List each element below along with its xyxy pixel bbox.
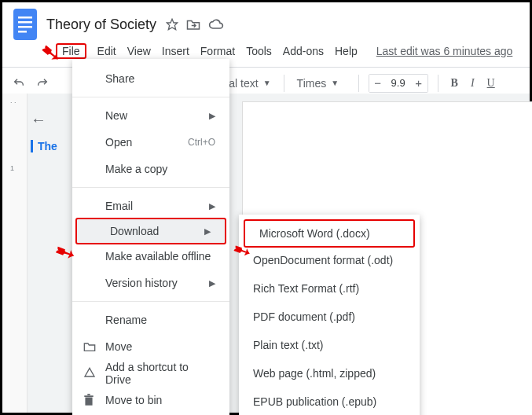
menu-item-label: PDF document (.pdf)	[253, 310, 405, 323]
ruler-mark: · ·	[10, 98, 17, 106]
divider	[284, 75, 284, 92]
bold-button[interactable]: B	[448, 77, 461, 90]
file-menu-offline[interactable]: Make available offline	[72, 243, 229, 270]
divider	[438, 75, 438, 92]
file-menu-share[interactable]: Share	[72, 65, 229, 92]
folder-move-icon	[83, 341, 105, 352]
svg-rect-0	[13, 9, 37, 40]
menu-item-label: OpenDocument format (.odt)	[253, 254, 405, 266]
font-label: Times	[297, 77, 327, 90]
file-menu-dropdown: Share New▶ OpenCtrl+O Make a copy Email▶…	[72, 59, 229, 415]
menu-item-label: Share	[105, 72, 215, 85]
menu-item-label: Make a copy	[105, 163, 215, 175]
menu-view[interactable]: View	[127, 45, 151, 57]
caret-icon: ▼	[263, 79, 271, 87]
file-menu-add-shortcut[interactable]: Add a shortcut to Drive	[72, 360, 229, 387]
menu-item-label: Move	[105, 340, 215, 353]
download-pdf[interactable]: PDF document (.pdf)	[239, 303, 420, 331]
last-edit-link[interactable]: Last edit was 6 minutes ago	[376, 45, 513, 57]
menu-item-label: Move to bin	[105, 394, 215, 406]
menu-item-label: Version history	[105, 277, 209, 289]
menu-separator	[72, 97, 229, 97]
menu-tools[interactable]: Tools	[246, 45, 272, 57]
caret-icon: ▼	[331, 79, 339, 87]
submenu-arrow-icon: ▶	[209, 201, 215, 211]
file-menu-open[interactable]: OpenCtrl+O	[72, 129, 229, 156]
italic-button[interactable]: I	[468, 77, 478, 90]
svg-rect-3	[18, 26, 32, 28]
menu-insert[interactable]: Insert	[162, 45, 189, 57]
download-epub[interactable]: EPUB publication (.epub)	[239, 387, 420, 415]
ruler-mark: 1	[10, 164, 14, 172]
svg-rect-4	[18, 31, 27, 33]
menu-addons[interactable]: Add-ons	[283, 45, 324, 57]
menu-format[interactable]: Format	[200, 45, 235, 57]
move-folder-icon[interactable]	[186, 18, 200, 31]
file-menu-new[interactable]: New▶	[72, 102, 229, 129]
menu-item-label: New	[105, 109, 209, 122]
file-menu-download[interactable]: Download▶	[75, 218, 226, 244]
redo-icon[interactable]	[34, 77, 51, 90]
font-size-value[interactable]: 9.9	[387, 77, 410, 89]
document-title[interactable]: Theory of Society	[46, 17, 156, 33]
font-select[interactable]: Times▼	[294, 77, 349, 90]
file-menu-move[interactable]: Move	[72, 333, 229, 360]
download-odt[interactable]: OpenDocument format (.odt)	[239, 246, 420, 274]
menu-file[interactable]: File	[56, 43, 86, 59]
menu-item-label: Microsoft Word (.docx)	[259, 227, 399, 240]
outline-collapse-icon[interactable]: ←	[31, 111, 46, 129]
svg-marker-5	[167, 19, 177, 29]
download-word[interactable]: Microsoft Word (.docx)	[244, 219, 415, 248]
svg-rect-1	[18, 17, 32, 19]
submenu-arrow-icon: ▶	[209, 111, 215, 121]
divider	[358, 75, 359, 92]
file-menu-email[interactable]: Email▶	[72, 193, 229, 219]
file-menu-move-bin[interactable]: Move to bin	[72, 387, 229, 413]
undo-icon[interactable]	[10, 77, 28, 90]
trash-icon	[83, 394, 105, 406]
download-txt[interactable]: Plain text (.txt)	[239, 331, 420, 359]
submenu-arrow-icon: ▶	[209, 278, 215, 288]
menu-item-label: Plain text (.txt)	[253, 339, 405, 351]
menu-item-shortcut: Ctrl+O	[188, 137, 215, 148]
menu-item-label: Open	[105, 136, 188, 149]
star-icon[interactable]	[166, 18, 178, 31]
vertical-ruler: · · 1	[2, 94, 28, 413]
menu-edit[interactable]: Edit	[97, 45, 116, 57]
file-menu-rename[interactable]: Rename	[72, 307, 229, 333]
menu-item-label: Rich Text Format (.rtf)	[253, 282, 405, 295]
cloud-status-icon[interactable]	[208, 18, 224, 31]
file-menu-make-copy[interactable]: Make a copy	[72, 156, 229, 182]
download-submenu: Microsoft Word (.docx) OpenDocument form…	[239, 215, 420, 415]
underline-button[interactable]: U	[484, 77, 498, 90]
menu-item-label: Make available offline	[105, 250, 215, 263]
menu-separator	[72, 301, 229, 302]
font-size-decrease[interactable]: −	[369, 75, 387, 92]
download-rtf[interactable]: Rich Text Format (.rtf)	[239, 274, 420, 303]
file-menu-version-history[interactable]: Version history▶	[72, 270, 229, 296]
menu-item-label: Download	[110, 225, 204, 237]
menu-item-label: Web page (.html, zipped)	[253, 367, 405, 380]
docs-app-icon[interactable]	[13, 9, 37, 40]
drive-shortcut-icon	[83, 367, 105, 380]
menu-item-label: Add a shortcut to Drive	[105, 361, 215, 386]
svg-rect-2	[18, 21, 32, 24]
menu-separator	[72, 187, 229, 188]
submenu-arrow-icon: ▶	[204, 226, 211, 237]
download-html[interactable]: Web page (.html, zipped)	[239, 359, 420, 387]
menu-item-label: EPUB publication (.epub)	[253, 395, 405, 408]
menu-help[interactable]: Help	[335, 45, 358, 57]
font-size-stepper: − 9.9 +	[369, 74, 428, 93]
menu-item-label: Rename	[105, 314, 215, 326]
font-size-increase[interactable]: +	[410, 75, 427, 92]
menu-item-label: Email	[105, 200, 209, 212]
